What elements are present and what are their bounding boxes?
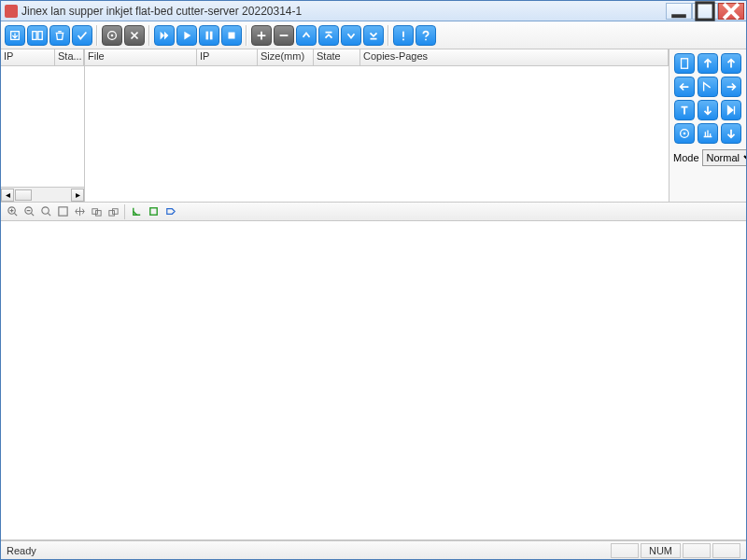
status-cell-empty2: [683, 543, 711, 558]
ip-scrollbar[interactable]: ◂ ▸: [1, 187, 84, 202]
svg-rect-23: [95, 211, 101, 217]
separator: [388, 25, 389, 46]
col-copies[interactable]: Copies-Pages: [360, 49, 669, 65]
alert-icon[interactable]: [393, 25, 414, 46]
status-cell-empty3: [712, 543, 740, 558]
close-button[interactable]: [718, 3, 744, 20]
plus-icon[interactable]: [251, 25, 272, 46]
pan-icon[interactable]: [72, 204, 87, 219]
svg-rect-13: [402, 38, 404, 40]
col-size[interactable]: Size(mm): [258, 49, 314, 65]
ip-table-body[interactable]: [1, 66, 84, 187]
scroll-left-icon[interactable]: ◂: [1, 189, 14, 202]
window-controls: [666, 3, 744, 20]
status-num: NUM: [641, 543, 681, 558]
status-ready: Ready: [7, 545, 36, 556]
arrow-up-icon[interactable]: [698, 53, 718, 74]
tools-icon[interactable]: [124, 25, 145, 46]
svg-rect-26: [149, 208, 156, 215]
separator: [246, 25, 247, 46]
file-table-body[interactable]: [85, 66, 669, 202]
measure-icon[interactable]: [129, 204, 144, 219]
file-panel: File IP Size(mm) State Copies-Pages: [85, 49, 669, 202]
scroll-right-icon[interactable]: ▸: [71, 189, 84, 202]
zoom-area-icon[interactable]: [38, 204, 53, 219]
fast-forward-icon[interactable]: [154, 25, 175, 46]
svg-point-20: [41, 207, 48, 214]
play-icon[interactable]: [176, 25, 197, 46]
settings-icon[interactable]: [102, 25, 122, 46]
status-bar: Ready NUM: [1, 540, 746, 559]
col-file[interactable]: File: [85, 49, 197, 65]
minimize-button[interactable]: [666, 3, 692, 20]
window-title: Jinex lan supper inkjet flat-bed cutter-…: [21, 5, 666, 18]
col-status[interactable]: Sta...: [55, 49, 84, 65]
view-separator: [124, 204, 125, 219]
mode-row: Mode Normal: [673, 149, 742, 166]
arrow-down-icon[interactable]: [698, 100, 718, 120]
mode-label: Mode: [673, 152, 699, 163]
up-icon[interactable]: [296, 25, 317, 46]
maximize-button[interactable]: [692, 3, 718, 20]
import-icon[interactable]: [5, 25, 25, 46]
col-ip[interactable]: IP: [1, 49, 55, 65]
svg-rect-24: [112, 209, 118, 215]
svg-point-8: [111, 34, 114, 36]
confirm-icon[interactable]: [72, 25, 92, 46]
separator: [148, 25, 150, 46]
arrow-right-icon[interactable]: [721, 77, 741, 97]
mode-select[interactable]: Normal: [702, 149, 747, 166]
status-cell-empty1: [611, 543, 639, 558]
stop-icon[interactable]: [221, 25, 242, 46]
svg-rect-9: [206, 31, 209, 39]
separator: [96, 25, 98, 46]
svg-rect-10: [210, 31, 213, 39]
minus-icon[interactable]: [274, 25, 294, 46]
zoom-in-icon[interactable]: [5, 204, 20, 219]
baseline-icon[interactable]: [698, 123, 718, 144]
title-bar: Jinex lan supper inkjet flat-bed cutter-…: [1, 1, 746, 21]
nav-grid: [673, 53, 742, 144]
zoom-fit-icon[interactable]: [55, 204, 70, 219]
nav-panel: Mode Normal: [669, 49, 746, 202]
skip-icon[interactable]: [721, 100, 741, 120]
page-icon[interactable]: [674, 53, 695, 74]
pause-icon[interactable]: [199, 25, 219, 46]
toggle-icon[interactable]: [162, 204, 177, 219]
snap-icon[interactable]: [146, 204, 161, 219]
view-toolbar: [1, 203, 746, 221]
help-icon[interactable]: [416, 25, 436, 46]
select-next-icon[interactable]: [106, 204, 120, 219]
svg-rect-5: [33, 31, 36, 39]
layout-icon[interactable]: [27, 25, 48, 46]
ip-panel: IP Sta... ◂ ▸: [1, 49, 85, 202]
arrow-up-double-icon[interactable]: [721, 53, 741, 74]
text-tool-icon[interactable]: [674, 100, 695, 120]
canvas-area[interactable]: [1, 221, 746, 540]
down-icon[interactable]: [341, 25, 361, 46]
delete-icon[interactable]: [49, 25, 70, 46]
top-icon[interactable]: [318, 25, 339, 46]
svg-rect-22: [92, 209, 97, 215]
svg-rect-6: [38, 31, 42, 39]
col-ip2[interactable]: IP: [197, 49, 258, 65]
svg-rect-25: [108, 211, 114, 217]
svg-rect-12: [402, 31, 404, 36]
select-prev-icon[interactable]: [89, 204, 104, 219]
scroll-thumb[interactable]: [15, 189, 32, 201]
ip-table-header: IP Sta...: [1, 49, 84, 66]
main-toolbar: [1, 21, 746, 49]
arrow-down-double-icon[interactable]: [721, 123, 741, 144]
origin-icon[interactable]: [698, 77, 718, 97]
svg-rect-15: [682, 59, 688, 69]
svg-rect-11: [229, 32, 235, 38]
middle-area: IP Sta... ◂ ▸ File IP Size(mm) State Cop…: [1, 49, 746, 203]
arrow-left-icon[interactable]: [674, 77, 695, 97]
svg-rect-21: [58, 207, 66, 216]
app-icon: [5, 5, 18, 18]
zoom-out-icon[interactable]: [21, 204, 36, 219]
file-table-header: File IP Size(mm) State Copies-Pages: [85, 49, 669, 66]
bottom-icon[interactable]: [363, 25, 384, 46]
target-icon[interactable]: [674, 123, 695, 144]
col-state[interactable]: State: [314, 49, 360, 65]
